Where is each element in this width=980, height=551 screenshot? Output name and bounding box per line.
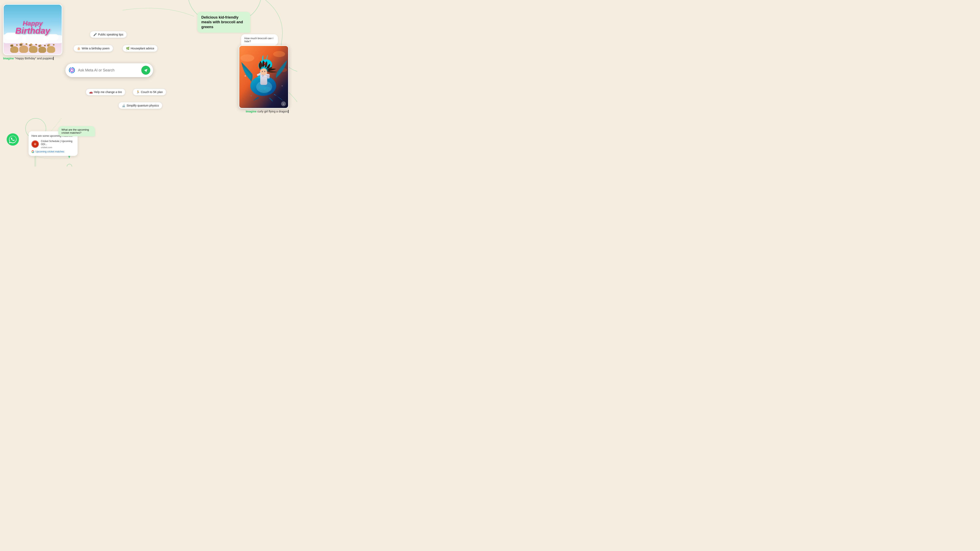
small-chat-bubble: How much broccoli can I hide? bbox=[241, 34, 278, 45]
quantum-label: Simplify quantum physics bbox=[127, 104, 159, 107]
svg-text:C: C bbox=[35, 143, 36, 145]
svg-point-31 bbox=[245, 75, 246, 76]
birthday-card: ⭐ ✨ ⭐ 🎈 Happy Birthday bbox=[3, 4, 62, 55]
birthday-poem-label: Write a birthday poem bbox=[82, 47, 110, 50]
cricket-query-bubble: What are the upcoming cricket matches? bbox=[58, 126, 95, 136]
pill-public-speaking[interactable]: 🎤 Public speaking tips bbox=[90, 31, 127, 38]
pill-birthday-poem[interactable]: 🎂 Write a birthday poem bbox=[73, 45, 113, 52]
svg-rect-30 bbox=[267, 75, 270, 79]
happy-text: Happy bbox=[15, 20, 50, 27]
pill-houseplant[interactable]: 🌿 Houseplant advice bbox=[123, 45, 158, 52]
send-button[interactable] bbox=[141, 66, 150, 75]
houseplant-icon: 🌿 bbox=[126, 47, 129, 50]
change-tire-icon: 🚗 bbox=[89, 91, 93, 94]
couch-5k-icon: 🏃 bbox=[136, 91, 140, 94]
public-speaking-label: Public speaking tips bbox=[98, 33, 123, 36]
public-speaking-icon: 🎤 bbox=[93, 33, 97, 36]
cricket-result-title: Cricket Schedule | Upcoming ODI... bbox=[41, 140, 75, 146]
svg-point-23 bbox=[262, 71, 263, 71]
pill-couch-5k[interactable]: 🏃 Couch to 5K plan bbox=[133, 89, 166, 95]
cricket-logo: C bbox=[32, 140, 39, 148]
pill-change-tire[interactable]: 🚗 Help me change a tire bbox=[86, 89, 126, 95]
cricket-google-link-text[interactable]: Upcoming cricket matches bbox=[35, 150, 64, 153]
quantum-icon: 🔬 bbox=[122, 104, 126, 107]
houseplant-label: Houseplant advice bbox=[130, 47, 154, 50]
birthday-imagine-caption: Imagine "Happy Birthday" and puppies| bbox=[3, 57, 54, 60]
birthday-poem-icon: 🎂 bbox=[77, 47, 80, 50]
pill-quantum[interactable]: 🔬 Simplify quantum physics bbox=[118, 102, 162, 109]
svg-point-33 bbox=[251, 95, 252, 96]
change-tire-label: Help me change a tire bbox=[94, 91, 122, 94]
cricket-google-link[interactable]: Upcoming cricket matches bbox=[32, 150, 75, 153]
svg-text:⊕: ⊕ bbox=[283, 103, 284, 105]
search-bar bbox=[65, 63, 153, 77]
cricket-result-domain: cricket.com bbox=[41, 146, 75, 149]
svg-point-27 bbox=[262, 75, 263, 76]
svg-point-24 bbox=[264, 71, 265, 71]
dragon-imagine-caption: Imagine curly girl flying a dragon| bbox=[246, 110, 289, 113]
whatsapp-logo bbox=[6, 133, 19, 146]
search-input[interactable] bbox=[78, 68, 139, 73]
dragon-card: ⊕ bbox=[239, 45, 289, 109]
svg-point-3 bbox=[68, 67, 75, 73]
svg-point-32 bbox=[282, 86, 283, 86]
main-chat-bubble: Delicious kid-friendly meals with brocco… bbox=[197, 12, 250, 33]
couch-5k-label: Couch to 5K plan bbox=[141, 91, 163, 94]
meta-ai-logo bbox=[68, 67, 76, 74]
svg-point-40 bbox=[7, 133, 19, 146]
birthday-text: Birthday bbox=[15, 27, 50, 35]
svg-point-7 bbox=[240, 54, 254, 62]
search-container bbox=[65, 63, 153, 77]
cricket-result-item: C Cricket Schedule | Upcoming ODI... cri… bbox=[32, 140, 75, 149]
svg-point-8 bbox=[273, 51, 285, 57]
svg-rect-25 bbox=[260, 77, 267, 78]
